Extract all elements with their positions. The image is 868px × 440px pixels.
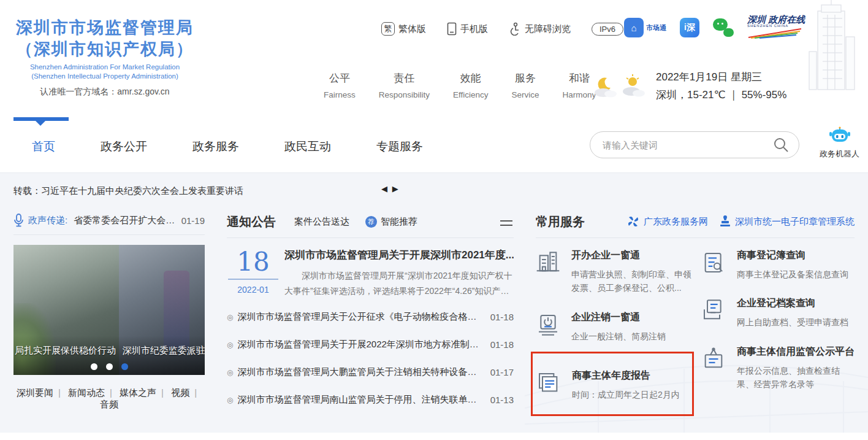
featured-notice[interactable]: 18 2022-01 深圳市市场监督管理局关于开展深圳市2021年度... 深圳… bbox=[227, 248, 514, 298]
site-title-cn2: （深圳市知识产权局） bbox=[16, 39, 194, 60]
guangdong-gov-service-link[interactable]: 广东政务服务网 bbox=[626, 215, 708, 228]
more-menu-icon[interactable] bbox=[500, 217, 512, 229]
carousel-dots bbox=[13, 363, 205, 370]
service-annual-report[interactable]: 商事主体年度报告 时间：成立周年之日起2月内 bbox=[536, 369, 683, 401]
services-divider bbox=[536, 237, 855, 238]
nav-item-special-services[interactable]: 专题服务 bbox=[376, 139, 423, 155]
search-box[interactable] bbox=[590, 131, 799, 158]
notice-title[interactable]: 深圳市市场监督管理局大鹏监管局关于注销相关特种设备的... bbox=[237, 366, 481, 378]
bullet-icon: ◎ bbox=[227, 341, 233, 349]
wechat-icon[interactable] bbox=[713, 18, 734, 37]
notice-row: ◎ 深圳市市场监督管理局关于开展2022年深圳市地方标准制修... 01-18 bbox=[227, 331, 514, 358]
weather-info: 深圳，15-21℃ ｜ 55%-95% bbox=[656, 87, 786, 104]
carousel-caption-right[interactable]: 深圳市纪委监委派驻三... bbox=[123, 345, 205, 357]
featured-day: 18 bbox=[228, 248, 278, 280]
photo-carousel[interactable]: 局扎实开展保供稳价行动 深圳市纪委监委派驻三... bbox=[13, 245, 205, 375]
company-building-icon bbox=[536, 249, 563, 295]
service-archive-query[interactable]: 企业登记档案查询 网上自助查档、受理申请查档 bbox=[701, 297, 855, 329]
search-input[interactable] bbox=[603, 140, 773, 150]
voice-headline[interactable]: 省委常委会召开扩大会议 听... bbox=[74, 215, 176, 226]
tab-video[interactable]: 视频 bbox=[171, 387, 189, 398]
ipv6-badge[interactable]: IPv6 bbox=[592, 23, 623, 36]
traditional-chinese-link[interactable]: 繁 繁体版 bbox=[381, 22, 426, 36]
value-responsibility: 责任Responsibility bbox=[379, 71, 430, 99]
news-column: 政声传递: 省委常委会召开扩大会议 听... 01-19 局扎实开展保供稳价行动… bbox=[13, 214, 205, 422]
notices-header: 通知公告 案件公告送达 荐 智能推荐 bbox=[227, 214, 514, 230]
tab-audio[interactable]: 音频 bbox=[100, 399, 118, 409]
notice-date: 01-13 bbox=[490, 395, 514, 405]
featured-date: 18 2022-01 bbox=[227, 248, 280, 298]
featured-title[interactable]: 深圳市市场监督管理局关于开展深圳市2021年度... bbox=[284, 248, 514, 262]
accessibility-link[interactable]: 无障碍浏览 bbox=[509, 22, 571, 36]
robot-icon bbox=[829, 126, 850, 145]
service-registry-query[interactable]: 商事登记簿查询 商事主体登记及备案信息查询 bbox=[701, 249, 855, 281]
notice-date: 01-18 bbox=[490, 339, 514, 350]
notice-row: ◎ 深圳市市场监督管理局关于公开征求《电子动物检疫合格证... 01-18 bbox=[227, 303, 514, 331]
building-sketch bbox=[799, 0, 861, 92]
shichangtong-icon: ⌂ bbox=[624, 18, 644, 37]
notices-column: 通知公告 案件公告送达 荐 智能推荐 18 2022-01 深圳市市场监 bbox=[227, 214, 514, 422]
recommend-badge-icon: 荐 bbox=[365, 216, 377, 228]
featured-summary: 深圳市市场监督管理局开展“深圳市2021年度知识产权十大事件”征集评选活动，评选… bbox=[284, 268, 514, 298]
rainbow-swoosh bbox=[747, 28, 804, 39]
shichangtong-app[interactable]: ⌂ 市场通 bbox=[624, 18, 666, 37]
weather-text: 2022年1月19日 星期三 深圳，15-21℃ ｜ 55%-95% bbox=[656, 69, 786, 104]
notice-date: 01-17 bbox=[490, 367, 514, 377]
tab-news-updates[interactable]: 新闻动态 bbox=[68, 387, 105, 398]
notice-title[interactable]: 深圳市市场监督管理局南山监管局关于停用、注销失联单位... bbox=[237, 394, 481, 406]
power-device-icon bbox=[536, 311, 563, 343]
ticker-next-arrow[interactable]: ▶ bbox=[392, 184, 400, 193]
services-grid: 开办企业一窗通 申请营业执照、刻制印章、申领发票、员工参保登记、公积... bbox=[536, 249, 855, 422]
news-category-tabs: 深圳要闻| 新闻动态| 媒体之声| 视频| 音频 bbox=[13, 387, 205, 411]
nav-item-home[interactable]: 首页 bbox=[32, 139, 55, 155]
site-title-en: Shenzhen Administration For Market Regul… bbox=[16, 63, 194, 80]
stamp-icon bbox=[719, 215, 731, 228]
weather-date: 2022年1月19日 星期三 bbox=[656, 69, 786, 87]
case-announcement-link[interactable]: 案件公告送达 bbox=[294, 216, 349, 228]
value-efficiency: 效能Efficiency bbox=[453, 71, 489, 99]
service-business-deregistration[interactable]: 企业注销一窗通 企业一般注销、简易注销 bbox=[536, 311, 694, 343]
accessibility-icon bbox=[509, 22, 521, 36]
app-icons-row: ⌂ 市场通 i深 深圳 政府在线 SHENZHEN CHINA bbox=[624, 15, 805, 41]
notices-title: 通知公告 bbox=[227, 214, 276, 230]
services-title: 常用服务 bbox=[536, 214, 585, 230]
footer-strip bbox=[0, 433, 868, 440]
robot-label: 政务机器人 bbox=[820, 149, 859, 160]
services-column: 常用服务 广东政务服务网 bbox=[536, 214, 855, 422]
ticker-prev-arrow[interactable]: ◀ bbox=[381, 184, 389, 193]
smart-recommend-link[interactable]: 荐 智能推荐 bbox=[365, 216, 417, 228]
search-icon[interactable] bbox=[773, 137, 789, 153]
bullet-icon: ◎ bbox=[227, 368, 233, 377]
carousel-dot-2[interactable] bbox=[106, 363, 113, 370]
ishenzhen-app-icon[interactable]: i深 bbox=[680, 18, 699, 37]
carousel-dot-3[interactable] bbox=[121, 363, 128, 370]
traditional-icon: 繁 bbox=[381, 22, 395, 36]
electronic-seal-system-link[interactable]: 深圳市统一电子印章管理系统 bbox=[719, 215, 855, 228]
featured-body: 深圳市市场监督管理局关于开展深圳市2021年度... 深圳市市场监督管理局开展“… bbox=[284, 248, 514, 298]
service-open-business[interactable]: 开办企业一窗通 申请营业执照、刻制印章、申领发票、员工参保登记、公积... bbox=[536, 249, 694, 295]
report-document-icon bbox=[536, 369, 563, 401]
carousel-dot-1[interactable] bbox=[91, 363, 97, 370]
notice-title[interactable]: 深圳市市场监督管理局关于公开征求《电子动物检疫合格证... bbox=[237, 311, 481, 323]
mobile-version-link[interactable]: 手机版 bbox=[447, 22, 488, 36]
tab-media-voice[interactable]: 媒体之声 bbox=[120, 387, 156, 398]
site-logo[interactable]: 深圳市市场监督管理局 （深圳市知识产权局） Shenzhen Administr… bbox=[16, 17, 194, 98]
tab-shenzhen-news[interactable]: 深圳要闻 bbox=[17, 387, 53, 398]
service-credit-platform[interactable]: 商事主体信用监管公示平台 年报公示信息、抽查检查结果、经营异常名录等 bbox=[701, 345, 855, 392]
carousel-caption-left[interactable]: 局扎实开展保供稳价行动 bbox=[15, 345, 116, 357]
shenzhen-china-logo[interactable]: 深圳 政府在线 SHENZHEN CHINA bbox=[747, 15, 805, 41]
notice-title[interactable]: 深圳市市场监督管理局关于开展2022年深圳市地方标准制修... bbox=[237, 339, 481, 350]
nav-item-gov-services[interactable]: 政务服务 bbox=[192, 139, 239, 155]
gov-robot-entry[interactable]: 政务机器人 bbox=[820, 126, 859, 160]
active-tab-arrow bbox=[36, 121, 45, 131]
weather-widget: 2022年1月19日 星期三 深圳，15-21℃ ｜ 55%-95% bbox=[592, 69, 786, 104]
utility-bar: 繁 繁体版 手机版 无障碍浏览 IPv6 bbox=[381, 22, 623, 36]
featured-month: 2022-01 bbox=[227, 285, 280, 295]
voice-label[interactable]: 政声传递: bbox=[28, 215, 67, 226]
nav-item-interaction[interactable]: 政民互动 bbox=[284, 139, 331, 155]
notice-row: ◎ 深圳市市场监督管理局南山监管局关于停用、注销失联单位... 01-13 bbox=[227, 386, 514, 414]
bullet-icon: ◎ bbox=[227, 396, 233, 404]
core-values-row: 公平Fairness 责任Responsibility 效能Efficiency… bbox=[324, 71, 596, 99]
nav-item-gov-disclosure[interactable]: 政务公开 bbox=[101, 139, 147, 155]
ticker-text[interactable]: 转载：习近平在十九届中央纪委六次全会上发表重要讲话 bbox=[13, 185, 243, 196]
